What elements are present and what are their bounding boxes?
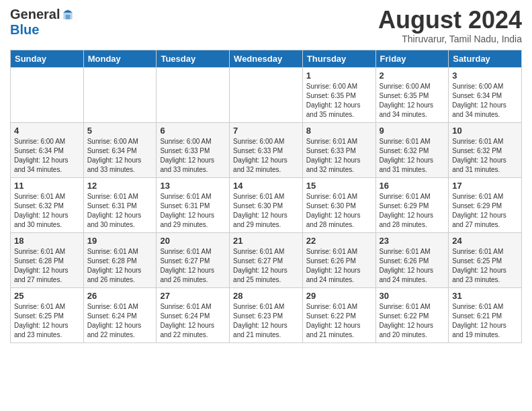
day-info: Sunrise: 6:00 AM Sunset: 6:33 PM Dayligh… [233, 137, 299, 175]
day-number: 9 [380, 126, 445, 136]
day-info: Sunrise: 6:01 AM Sunset: 6:29 PM Dayligh… [380, 192, 445, 230]
calendar-cell: 29Sunrise: 6:01 AM Sunset: 6:22 PM Dayli… [302, 287, 375, 342]
title-block: August 2024 Thiruvarur, Tamil Nadu, Indi… [378, 7, 522, 44]
calendar-cell: 13Sunrise: 6:01 AM Sunset: 6:31 PM Dayli… [157, 177, 230, 232]
day-info: Sunrise: 6:01 AM Sunset: 6:22 PM Dayligh… [306, 302, 372, 340]
day-info: Sunrise: 6:00 AM Sunset: 6:34 PM Dayligh… [14, 137, 80, 175]
calendar-week-row: 1Sunrise: 6:00 AM Sunset: 6:35 PM Daylig… [11, 67, 522, 122]
day-info: Sunrise: 6:01 AM Sunset: 6:32 PM Dayligh… [380, 137, 445, 175]
calendar-cell [230, 67, 303, 122]
calendar-container: General Blue August 2024 Thiruvarur, Tam… [0, 0, 532, 350]
day-number: 7 [233, 126, 299, 136]
calendar-cell: 22Sunrise: 6:01 AM Sunset: 6:26 PM Dayli… [302, 232, 375, 287]
weekday-header-monday: Monday [83, 50, 157, 67]
day-info: Sunrise: 6:00 AM Sunset: 6:33 PM Dayligh… [160, 137, 226, 175]
day-info: Sunrise: 6:01 AM Sunset: 6:32 PM Dayligh… [14, 192, 80, 230]
day-info: Sunrise: 6:01 AM Sunset: 6:29 PM Dayligh… [452, 192, 518, 230]
day-number: 1 [306, 71, 372, 81]
calendar-cell: 3Sunrise: 6:00 AM Sunset: 6:34 PM Daylig… [449, 67, 522, 122]
day-info: Sunrise: 6:01 AM Sunset: 6:33 PM Dayligh… [306, 137, 372, 175]
day-number: 13 [160, 181, 226, 191]
day-number: 16 [380, 181, 445, 191]
day-number: 20 [160, 236, 226, 246]
calendar-cell: 17Sunrise: 6:01 AM Sunset: 6:29 PM Dayli… [449, 177, 522, 232]
day-info: Sunrise: 6:00 AM Sunset: 6:34 PM Dayligh… [87, 137, 153, 175]
calendar-cell: 7Sunrise: 6:00 AM Sunset: 6:33 PM Daylig… [230, 122, 303, 177]
weekday-header-sunday: Sunday [11, 50, 84, 67]
day-info: Sunrise: 6:01 AM Sunset: 6:32 PM Dayligh… [452, 137, 518, 175]
subtitle: Thiruvarur, Tamil Nadu, India [378, 34, 522, 44]
day-info: Sunrise: 6:01 AM Sunset: 6:25 PM Dayligh… [14, 302, 80, 340]
calendar-cell: 14Sunrise: 6:01 AM Sunset: 6:30 PM Dayli… [230, 177, 303, 232]
calendar-week-row: 25Sunrise: 6:01 AM Sunset: 6:25 PM Dayli… [11, 287, 522, 342]
calendar-cell: 15Sunrise: 6:01 AM Sunset: 6:30 PM Dayli… [302, 177, 375, 232]
calendar-cell: 11Sunrise: 6:01 AM Sunset: 6:32 PM Dayli… [11, 177, 84, 232]
calendar-week-row: 11Sunrise: 6:01 AM Sunset: 6:32 PM Dayli… [11, 177, 522, 232]
header: General Blue August 2024 Thiruvarur, Tam… [10, 7, 522, 44]
day-number: 31 [452, 291, 518, 301]
weekday-header-thursday: Thursday [302, 50, 375, 67]
day-number: 8 [306, 126, 372, 136]
day-info: Sunrise: 6:01 AM Sunset: 6:23 PM Dayligh… [233, 302, 299, 340]
calendar-cell: 12Sunrise: 6:01 AM Sunset: 6:31 PM Dayli… [83, 177, 157, 232]
logo: General Blue [10, 7, 75, 38]
calendar-cell: 24Sunrise: 6:01 AM Sunset: 6:25 PM Dayli… [449, 232, 522, 287]
day-info: Sunrise: 6:01 AM Sunset: 6:26 PM Dayligh… [306, 247, 372, 285]
logo-general-text: General [10, 7, 60, 22]
calendar-week-row: 4Sunrise: 6:00 AM Sunset: 6:34 PM Daylig… [11, 122, 522, 177]
calendar-cell [11, 67, 84, 122]
calendar-cell: 10Sunrise: 6:01 AM Sunset: 6:32 PM Dayli… [449, 122, 522, 177]
day-number: 22 [306, 236, 372, 246]
calendar-cell: 21Sunrise: 6:01 AM Sunset: 6:27 PM Dayli… [230, 232, 303, 287]
logo-icon [61, 8, 75, 21]
day-number: 24 [452, 236, 518, 246]
day-info: Sunrise: 6:01 AM Sunset: 6:30 PM Dayligh… [233, 192, 299, 230]
day-info: Sunrise: 6:01 AM Sunset: 6:28 PM Dayligh… [87, 247, 153, 285]
weekday-header-wednesday: Wednesday [230, 50, 303, 67]
day-number: 23 [380, 236, 445, 246]
day-number: 10 [452, 126, 518, 136]
day-number: 5 [87, 126, 153, 136]
calendar-cell: 16Sunrise: 6:01 AM Sunset: 6:29 PM Dayli… [375, 177, 449, 232]
day-number: 29 [306, 291, 372, 301]
calendar-cell: 18Sunrise: 6:01 AM Sunset: 6:28 PM Dayli… [11, 232, 84, 287]
calendar-week-row: 18Sunrise: 6:01 AM Sunset: 6:28 PM Dayli… [11, 232, 522, 287]
day-number: 27 [160, 291, 226, 301]
day-info: Sunrise: 6:01 AM Sunset: 6:21 PM Dayligh… [452, 302, 518, 340]
day-info: Sunrise: 6:01 AM Sunset: 6:31 PM Dayligh… [160, 192, 226, 230]
day-number: 11 [14, 181, 80, 191]
day-info: Sunrise: 6:01 AM Sunset: 6:26 PM Dayligh… [380, 247, 445, 285]
calendar-cell: 5Sunrise: 6:00 AM Sunset: 6:34 PM Daylig… [83, 122, 157, 177]
calendar-cell: 8Sunrise: 6:01 AM Sunset: 6:33 PM Daylig… [302, 122, 375, 177]
calendar-cell [83, 67, 157, 122]
calendar-cell: 20Sunrise: 6:01 AM Sunset: 6:27 PM Dayli… [157, 232, 230, 287]
day-number: 3 [452, 71, 518, 81]
weekday-header-saturday: Saturday [449, 50, 522, 67]
day-info: Sunrise: 6:01 AM Sunset: 6:30 PM Dayligh… [306, 192, 372, 230]
calendar-cell: 25Sunrise: 6:01 AM Sunset: 6:25 PM Dayli… [11, 287, 84, 342]
weekday-header-friday: Friday [375, 50, 449, 67]
day-number: 18 [14, 236, 80, 246]
calendar-cell: 30Sunrise: 6:01 AM Sunset: 6:22 PM Dayli… [375, 287, 449, 342]
calendar-cell: 27Sunrise: 6:01 AM Sunset: 6:24 PM Dayli… [157, 287, 230, 342]
calendar-cell: 6Sunrise: 6:00 AM Sunset: 6:33 PM Daylig… [157, 122, 230, 177]
logo-blue-text: Blue [10, 22, 75, 38]
day-number: 6 [160, 126, 226, 136]
day-info: Sunrise: 6:01 AM Sunset: 6:31 PM Dayligh… [87, 192, 153, 230]
day-info: Sunrise: 6:00 AM Sunset: 6:34 PM Dayligh… [452, 82, 518, 120]
main-title: August 2024 [378, 7, 522, 34]
day-number: 19 [87, 236, 153, 246]
weekday-header-row: SundayMondayTuesdayWednesdayThursdayFrid… [11, 50, 522, 67]
calendar-cell: 26Sunrise: 6:01 AM Sunset: 6:24 PM Dayli… [83, 287, 157, 342]
day-number: 15 [306, 181, 372, 191]
calendar-cell: 28Sunrise: 6:01 AM Sunset: 6:23 PM Dayli… [230, 287, 303, 342]
day-info: Sunrise: 6:01 AM Sunset: 6:24 PM Dayligh… [87, 302, 153, 340]
day-info: Sunrise: 6:01 AM Sunset: 6:27 PM Dayligh… [233, 247, 299, 285]
calendar-cell [157, 67, 230, 122]
calendar-cell: 9Sunrise: 6:01 AM Sunset: 6:32 PM Daylig… [375, 122, 449, 177]
svg-rect-0 [66, 15, 71, 19]
calendar-cell: 23Sunrise: 6:01 AM Sunset: 6:26 PM Dayli… [375, 232, 449, 287]
day-number: 26 [87, 291, 153, 301]
calendar-cell: 4Sunrise: 6:00 AM Sunset: 6:34 PM Daylig… [11, 122, 84, 177]
day-number: 4 [14, 126, 80, 136]
